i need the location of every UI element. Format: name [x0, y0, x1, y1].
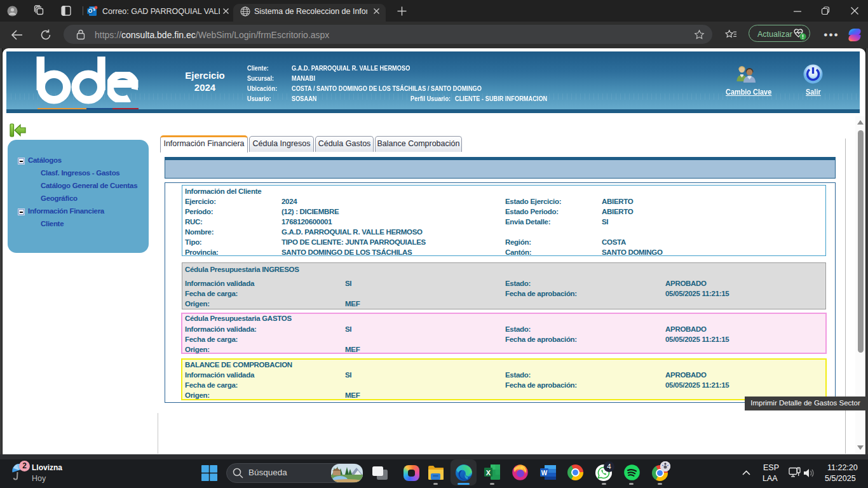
- svg-text:W: W: [541, 470, 548, 477]
- svg-text:O: O: [88, 8, 93, 14]
- svg-text:X: X: [486, 469, 491, 477]
